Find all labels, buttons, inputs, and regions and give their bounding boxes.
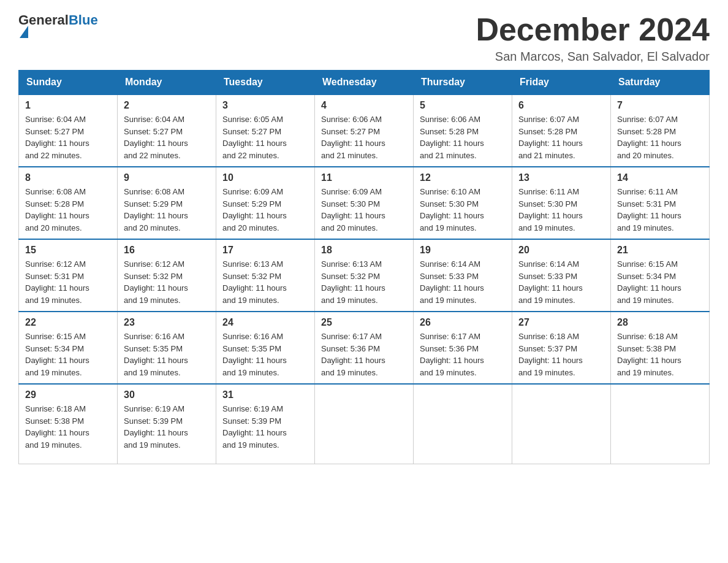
logo-blue: Blue <box>69 12 98 28</box>
calendar-day-cell: 6 Sunrise: 6:07 AM Sunset: 5:28 PM Dayli… <box>512 94 611 167</box>
calendar-day-cell <box>414 384 512 464</box>
day-number: 30 <box>124 389 210 400</box>
weekday-header-saturday: Saturday <box>611 71 710 95</box>
calendar-day-cell <box>611 384 710 464</box>
day-info: Sunrise: 6:07 AM Sunset: 5:28 PM Dayligh… <box>518 113 604 161</box>
day-info: Sunrise: 6:07 AM Sunset: 5:28 PM Dayligh… <box>617 113 703 161</box>
day-number: 7 <box>617 100 703 111</box>
day-info: Sunrise: 6:19 AM Sunset: 5:39 PM Dayligh… <box>124 403 210 451</box>
calendar-week-row: 8 Sunrise: 6:08 AM Sunset: 5:28 PM Dayli… <box>19 167 710 239</box>
weekday-header-tuesday: Tuesday <box>216 71 315 95</box>
weekday-header-sunday: Sunday <box>19 71 118 95</box>
calendar-day-cell: 24 Sunrise: 6:16 AM Sunset: 5:35 PM Dayl… <box>216 312 315 384</box>
day-number: 1 <box>25 100 111 111</box>
calendar-week-row: 29 Sunrise: 6:18 AM Sunset: 5:38 PM Dayl… <box>19 384 710 464</box>
day-number: 17 <box>222 245 308 256</box>
day-info: Sunrise: 6:15 AM Sunset: 5:34 PM Dayligh… <box>25 331 111 378</box>
day-number: 21 <box>617 245 703 256</box>
weekday-header-thursday: Thursday <box>414 71 512 95</box>
day-info: Sunrise: 6:09 AM Sunset: 5:29 PM Dayligh… <box>222 186 308 234</box>
day-number: 6 <box>518 100 604 111</box>
calendar-day-cell: 8 Sunrise: 6:08 AM Sunset: 5:28 PM Dayli… <box>19 167 118 239</box>
calendar-day-cell: 23 Sunrise: 6:16 AM Sunset: 5:35 PM Dayl… <box>118 312 216 384</box>
day-number: 23 <box>124 317 210 328</box>
day-info: Sunrise: 6:18 AM Sunset: 5:38 PM Dayligh… <box>25 403 111 451</box>
day-number: 29 <box>25 389 111 400</box>
day-info: Sunrise: 6:06 AM Sunset: 5:27 PM Dayligh… <box>321 113 407 161</box>
calendar-day-cell: 21 Sunrise: 6:15 AM Sunset: 5:34 PM Dayl… <box>611 239 710 312</box>
calendar-day-cell: 11 Sunrise: 6:09 AM Sunset: 5:30 PM Dayl… <box>315 167 414 239</box>
day-info: Sunrise: 6:16 AM Sunset: 5:35 PM Dayligh… <box>124 331 210 378</box>
day-number: 27 <box>518 317 604 328</box>
calendar-day-cell: 28 Sunrise: 6:18 AM Sunset: 5:38 PM Dayl… <box>611 312 710 384</box>
calendar-day-cell: 26 Sunrise: 6:17 AM Sunset: 5:36 PM Dayl… <box>414 312 512 384</box>
day-info: Sunrise: 6:18 AM Sunset: 5:37 PM Dayligh… <box>518 331 604 378</box>
day-info: Sunrise: 6:12 AM Sunset: 5:31 PM Dayligh… <box>25 258 111 306</box>
day-number: 5 <box>420 100 506 111</box>
calendar-day-cell: 29 Sunrise: 6:18 AM Sunset: 5:38 PM Dayl… <box>19 384 118 464</box>
weekday-header-row: SundayMondayTuesdayWednesdayThursdayFrid… <box>19 71 710 95</box>
calendar-day-cell: 15 Sunrise: 6:12 AM Sunset: 5:31 PM Dayl… <box>19 239 118 312</box>
day-info: Sunrise: 6:12 AM Sunset: 5:32 PM Dayligh… <box>124 258 210 306</box>
day-number: 9 <box>124 172 210 183</box>
weekday-header-monday: Monday <box>118 71 216 95</box>
day-number: 16 <box>124 245 210 256</box>
calendar-day-cell: 27 Sunrise: 6:18 AM Sunset: 5:37 PM Dayl… <box>512 312 611 384</box>
calendar-day-cell: 2 Sunrise: 6:04 AM Sunset: 5:27 PM Dayli… <box>118 94 216 167</box>
day-info: Sunrise: 6:15 AM Sunset: 5:34 PM Dayligh… <box>617 258 703 306</box>
day-info: Sunrise: 6:04 AM Sunset: 5:27 PM Dayligh… <box>25 113 111 161</box>
calendar-day-cell: 5 Sunrise: 6:06 AM Sunset: 5:28 PM Dayli… <box>414 94 512 167</box>
day-number: 24 <box>222 317 308 328</box>
calendar-day-cell: 25 Sunrise: 6:17 AM Sunset: 5:36 PM Dayl… <box>315 312 414 384</box>
day-number: 4 <box>321 100 407 111</box>
day-info: Sunrise: 6:08 AM Sunset: 5:28 PM Dayligh… <box>25 186 111 234</box>
day-info: Sunrise: 6:04 AM Sunset: 5:27 PM Dayligh… <box>124 113 210 161</box>
calendar-day-cell: 22 Sunrise: 6:15 AM Sunset: 5:34 PM Dayl… <box>19 312 118 384</box>
day-number: 14 <box>617 172 703 183</box>
calendar-day-cell: 17 Sunrise: 6:13 AM Sunset: 5:32 PM Dayl… <box>216 239 315 312</box>
calendar-day-cell: 13 Sunrise: 6:11 AM Sunset: 5:30 PM Dayl… <box>512 167 611 239</box>
day-number: 10 <box>222 172 308 183</box>
day-number: 2 <box>124 100 210 111</box>
calendar-day-cell <box>512 384 611 464</box>
page-header: GeneralBlue December 2024 San Marcos, Sa… <box>18 12 710 64</box>
calendar-day-cell: 10 Sunrise: 6:09 AM Sunset: 5:29 PM Dayl… <box>216 167 315 239</box>
calendar-day-cell: 30 Sunrise: 6:19 AM Sunset: 5:39 PM Dayl… <box>118 384 216 464</box>
calendar-day-cell: 14 Sunrise: 6:11 AM Sunset: 5:31 PM Dayl… <box>611 167 710 239</box>
calendar-day-cell: 16 Sunrise: 6:12 AM Sunset: 5:32 PM Dayl… <box>118 239 216 312</box>
calendar-week-row: 15 Sunrise: 6:12 AM Sunset: 5:31 PM Dayl… <box>19 239 710 312</box>
day-info: Sunrise: 6:05 AM Sunset: 5:27 PM Dayligh… <box>222 113 308 161</box>
calendar-day-cell: 18 Sunrise: 6:13 AM Sunset: 5:32 PM Dayl… <box>315 239 414 312</box>
calendar-day-cell: 20 Sunrise: 6:14 AM Sunset: 5:33 PM Dayl… <box>512 239 611 312</box>
day-info: Sunrise: 6:08 AM Sunset: 5:29 PM Dayligh… <box>124 186 210 234</box>
calendar-day-cell: 19 Sunrise: 6:14 AM Sunset: 5:33 PM Dayl… <box>414 239 512 312</box>
day-info: Sunrise: 6:11 AM Sunset: 5:30 PM Dayligh… <box>518 186 604 234</box>
weekday-header-wednesday: Wednesday <box>315 71 414 95</box>
day-number: 28 <box>617 317 703 328</box>
day-number: 26 <box>420 317 506 328</box>
calendar-week-row: 22 Sunrise: 6:15 AM Sunset: 5:34 PM Dayl… <box>19 312 710 384</box>
day-info: Sunrise: 6:17 AM Sunset: 5:36 PM Dayligh… <box>420 331 506 378</box>
day-info: Sunrise: 6:13 AM Sunset: 5:32 PM Dayligh… <box>222 258 308 306</box>
day-number: 8 <box>25 172 111 183</box>
calendar-day-cell: 3 Sunrise: 6:05 AM Sunset: 5:27 PM Dayli… <box>216 94 315 167</box>
day-info: Sunrise: 6:16 AM Sunset: 5:35 PM Dayligh… <box>222 331 308 378</box>
title-block: December 2024 San Marcos, San Salvador, … <box>476 12 710 64</box>
day-info: Sunrise: 6:19 AM Sunset: 5:39 PM Dayligh… <box>222 403 308 451</box>
day-info: Sunrise: 6:17 AM Sunset: 5:36 PM Dayligh… <box>321 331 407 378</box>
day-info: Sunrise: 6:18 AM Sunset: 5:38 PM Dayligh… <box>617 331 703 378</box>
calendar-day-cell: 4 Sunrise: 6:06 AM Sunset: 5:27 PM Dayli… <box>315 94 414 167</box>
day-info: Sunrise: 6:10 AM Sunset: 5:30 PM Dayligh… <box>420 186 506 234</box>
logo-triangle-icon <box>20 26 28 38</box>
calendar-day-cell <box>315 384 414 464</box>
calendar-day-cell: 1 Sunrise: 6:04 AM Sunset: 5:27 PM Dayli… <box>19 94 118 167</box>
day-info: Sunrise: 6:09 AM Sunset: 5:30 PM Dayligh… <box>321 186 407 234</box>
calendar-table: SundayMondayTuesdayWednesdayThursdayFrid… <box>18 70 710 464</box>
month-title: December 2024 <box>476 12 710 47</box>
calendar-day-cell: 31 Sunrise: 6:19 AM Sunset: 5:39 PM Dayl… <box>216 384 315 464</box>
day-number: 15 <box>25 245 111 256</box>
day-number: 12 <box>420 172 506 183</box>
logo: GeneralBlue <box>18 12 98 38</box>
day-number: 18 <box>321 245 407 256</box>
calendar-day-cell: 12 Sunrise: 6:10 AM Sunset: 5:30 PM Dayl… <box>414 167 512 239</box>
